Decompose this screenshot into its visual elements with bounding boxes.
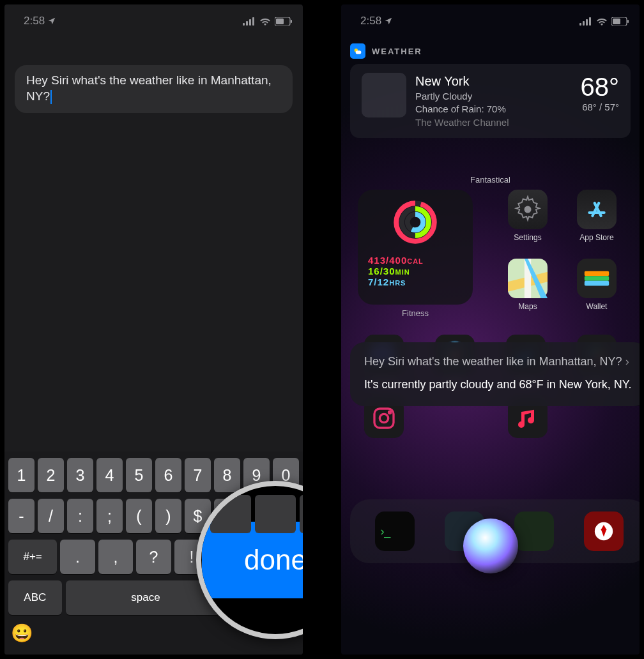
wallet-icon [582,264,611,293]
svg-rect-7 [579,23,581,26]
svg-rect-25 [585,281,609,286]
dock-app-messages[interactable] [514,511,554,551]
weather-temp: 68° [581,73,620,102]
svg-rect-6 [291,20,292,23]
key-6[interactable]: 6 [155,458,181,492]
battery-icon [611,17,629,26]
right-phone-siri-response: 2:58 WEATHER New York Partly Cloudy Chan… [341,4,640,655]
key-:[interactable]: : [67,499,93,533]
key-4[interactable]: 4 [96,458,123,492]
key-7[interactable]: 7 [185,458,211,492]
shift-key[interactable]: #+= [8,540,57,574]
maps-icon [508,259,548,298]
activity-rings-icon [393,200,438,245]
wifi-icon [596,17,608,26]
siri-question: Hey Siri what's the weather like in Manh… [364,354,634,369]
status-bar: 2:58 [4,4,303,33]
fitness-label: Fitness [358,308,473,318]
status-bar: 2:58 [341,4,640,33]
app-appstore[interactable]: App Store [571,190,623,242]
key-([interactable]: ( [126,499,152,533]
app-wallet[interactable]: Wallet [571,259,623,311]
svg-point-21 [525,206,532,213]
svg-rect-23 [585,271,609,276]
appstore-icon [584,197,610,222]
svg-rect-10 [589,17,591,26]
weather-thumbnail [362,73,406,117]
svg-rect-0 [243,23,245,26]
key-2[interactable]: 2 [38,458,64,492]
weather-source: The Weather Channel [415,116,572,129]
svg-rect-2 [249,19,251,26]
weather-condition: Partly Cloudy [415,90,572,103]
fantastical-label: Fantastical [358,175,623,185]
svg-rect-13 [627,20,629,23]
battery-icon [275,17,293,26]
fitness-cal: 413/400 [368,255,407,266]
abc-key[interactable]: ABC [8,580,62,615]
status-time: 2:58 [24,15,45,27]
weather-rain: Chance of Rain: 70% [415,103,572,116]
emoji-key[interactable]: 😀 [11,623,33,644]
fitness-widget[interactable]: 413/400CAL 16/30MIN 7/12HRS [358,190,473,305]
svg-rect-12 [613,19,620,24]
location-icon [47,17,56,26]
weather-app-icon [350,43,365,59]
dock-app-terminal[interactable]: ›_ [375,511,415,551]
status-time: 2:58 [360,15,381,27]
left-phone-siri-typing: 2:58 Hey Siri what's the weather like in… [4,4,303,655]
settings-icon [514,195,542,223]
svg-point-33 [379,414,388,422]
siri-answer: It's currently partly cloudy and 68°F in… [364,377,634,392]
svg-rect-1 [246,21,248,26]
key-5[interactable]: 5 [126,458,152,492]
dock-app-launcher[interactable] [584,511,624,551]
svg-rect-5 [276,19,284,24]
siri-orb[interactable] [463,519,518,573]
location-icon [384,17,393,26]
key-/[interactable]: / [38,499,64,533]
siri-request-text: Hey Siri what's the weather like in Manh… [26,73,272,103]
key-.[interactable]: . [60,540,95,574]
weather-widget-header: WEATHER [350,43,631,59]
key-8[interactable]: 8 [214,458,240,492]
key-?[interactable]: ? [136,540,171,574]
weather-city: New York [415,73,572,90]
music-icon [515,405,540,431]
svg-rect-8 [583,21,585,26]
svg-rect-24 [585,276,609,281]
key-3[interactable]: 3 [67,458,93,492]
svg-rect-3 [252,17,254,26]
siri-request-bubble[interactable]: Hey Siri what's the weather like in Manh… [15,65,293,113]
app-maps[interactable]: Maps [502,259,554,311]
weather-header-label: WEATHER [372,47,422,56]
key-1[interactable]: 1 [8,458,34,492]
weather-hilo: 68° / 57° [581,102,620,112]
cellular-icon [243,17,256,26]
instagram-icon [371,405,397,431]
svg-point-34 [389,411,391,413]
chevron-right-icon: › [625,355,629,368]
key--[interactable]: - [8,499,34,533]
fitness-hrs: 7/12 [368,276,389,287]
key-,[interactable]: , [98,540,133,574]
cellular-icon [579,17,592,26]
fitness-min: 16/30 [368,266,395,276]
key-;[interactable]: ; [96,499,123,533]
weather-card[interactable]: New York Partly Cloudy Chance of Rain: 7… [350,64,631,138]
key-)[interactable]: ) [155,499,181,533]
svg-rect-9 [586,19,588,26]
text-cursor [50,90,52,104]
wifi-icon [259,17,271,26]
done-button-large[interactable]: done [202,522,303,598]
app-settings[interactable]: Settings [502,190,554,242]
siri-response-panel[interactable]: Hey Siri what's the weather like in Manh… [350,342,640,407]
